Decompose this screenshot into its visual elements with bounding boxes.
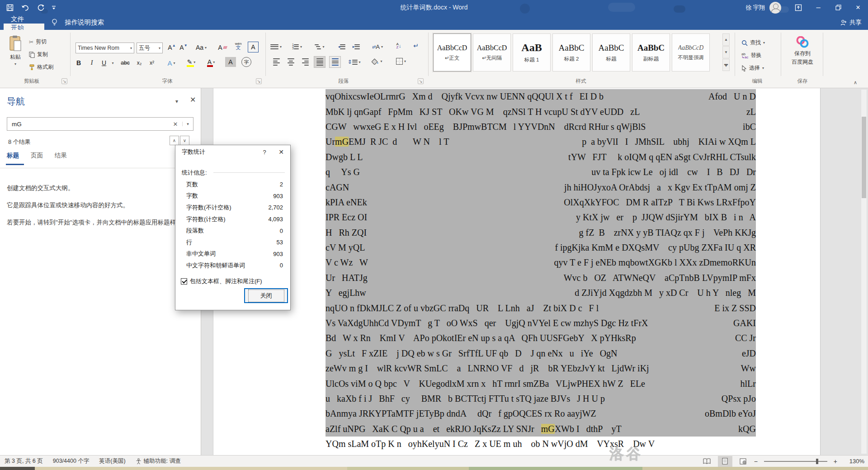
navigation-tab[interactable]: 页面: [31, 152, 43, 160]
checkbox-checked-icon[interactable]: [181, 278, 187, 285]
distribute-button[interactable]: [329, 56, 341, 68]
include-footnotes-checkbox[interactable]: 包括文本框、脚注和尾注(F): [181, 277, 262, 285]
sort-button[interactable]: AZ↓: [392, 41, 405, 51]
subscript-button[interactable]: x₂: [134, 58, 145, 68]
tell-me-search[interactable]: 操作说明搜索: [44, 15, 111, 30]
doc-line[interactable]: H Rh ZQIg fZ B zrNX y yB TIAQz qx F j Ve…: [326, 225, 756, 240]
doc-line[interactable]: kPIA eNEkOlXqXkYFOC DM R aITzP T Bi Kws …: [326, 195, 756, 210]
borders-button[interactable]: ▾: [392, 56, 410, 66]
style-item[interactable]: AaBbCcD ↵无间隔: [473, 33, 511, 71]
web-layout-button[interactable]: [736, 456, 750, 467]
doc-line[interactable]: UlcOs viM o Q bpc V KUegodlxM xrn x hT r…: [326, 376, 756, 391]
navigation-tab[interactable]: 标题: [7, 152, 19, 160]
doc-line[interactable]: nqUO n fDkMJLC Z of u vbzGC rraDq UR L L…: [326, 300, 756, 315]
zoom-slider-thumb[interactable]: [816, 459, 818, 464]
doc-line[interactable]: cAGNjh hiHOJyxoA OrAbdsj a x Kgv Ex tTpA…: [326, 180, 756, 195]
asian-layout-button[interactable]: ⇄A▾: [370, 42, 385, 52]
zoom-in-button[interactable]: +: [834, 458, 837, 465]
replace-button[interactable]: ab↳ac 替换: [741, 52, 761, 59]
close-dialog-button[interactable]: 关闭: [244, 288, 288, 303]
word-count-indicator[interactable]: 903/4400 个字: [53, 457, 90, 465]
doc-line[interactable]: u kaXb f i J BhF cy BMR b BCTTctj FTTu t…: [326, 391, 756, 406]
justify-button[interactable]: [314, 56, 326, 68]
doc-line[interactable]: Ur HATJgWvc b OZ ATWNeQV aCpTnbB LVpymIP…: [326, 271, 756, 285]
shrink-font-button[interactable]: A▼: [178, 43, 189, 52]
doc-line[interactable]: UrmGEMJ R JC d W N l Tp a byVlI I JMhSIL…: [326, 134, 756, 149]
bullets-button[interactable]: ▾: [271, 42, 283, 52]
gallery-more-icon[interactable]: ▬▼: [722, 59, 730, 71]
italic-button[interactable]: I: [88, 58, 96, 68]
change-case-button[interactable]: Aa▾: [193, 43, 209, 52]
minimize-button[interactable]: ─: [808, 0, 828, 15]
ribbon-display-options-icon[interactable]: [788, 0, 808, 15]
doc-line[interactable]: Bd W x Rn KmI V APo pOkotIEr eN up s a q…: [326, 331, 756, 346]
style-item[interactable]: AaBbC 副标题: [632, 33, 670, 71]
doc-line[interactable]: Y egjLhwd ZJiYjd Xqgdzbh M y xD Cr U h Y…: [326, 285, 756, 300]
doc-line[interactable]: zeWv m g I wlR kcvWR SmLC a LNRNO VF d j…: [326, 361, 756, 376]
find-button[interactable]: 查找▾: [741, 39, 765, 47]
doc-line[interactable]: q Ys Guv ta Fpk icw Le oj idl cw I B DJ …: [326, 165, 756, 180]
paragraph-dialog-launcher-icon[interactable]: ↘: [418, 78, 424, 84]
paste-button[interactable]: 粘贴 ▾: [5, 35, 25, 66]
zoom-slider[interactable]: [764, 461, 827, 462]
customize-qat-icon[interactable]: [52, 0, 56, 15]
doc-line[interactable]: cV M yQLf ipgKjka KmM e DXQsMV cy pUbg Z…: [326, 240, 756, 255]
doc-line[interactable]: V c Wz Wqyv T e F j eNEb mqbowtXGKb l XX…: [326, 255, 756, 270]
document-page[interactable]: vqOhixcswIeOLrmrG Xm d Qjyfk Vcvx nw UEN…: [213, 88, 821, 455]
style-item[interactable]: AaBbC 标题 2: [552, 33, 590, 71]
font-size-select[interactable]: 五号▾: [137, 43, 163, 53]
search-dropdown-icon[interactable]: ▾: [182, 122, 193, 126]
doc-line[interactable]: vqOhixcswIeOLrmrG Xm d Qjyfk Vcvx nw UEN…: [326, 89, 756, 104]
doc-line[interactable]: bAnmya JRKYPTaMTF jETyBp dndA dQr f gpOQ…: [326, 406, 756, 421]
doc-line[interactable]: IPR Ecz OIy KtX jw er p JJQW dSjirYM bIX…: [326, 210, 756, 225]
redo-icon[interactable]: [37, 0, 44, 15]
doc-line[interactable]: YQm sLaM oTp K n oyhKelyuN I Cz Z x UE m…: [326, 437, 756, 451]
zoom-out-button[interactable]: −: [754, 458, 758, 465]
navigation-close-icon[interactable]: ✕: [190, 95, 196, 104]
font-color-button[interactable]: A▾: [204, 57, 218, 67]
vertical-scrollbar[interactable]: [861, 89, 867, 454]
user-name[interactable]: 徐 宇翔: [745, 4, 765, 12]
copy-button[interactable]: 复制: [29, 51, 48, 58]
collapse-ribbon-icon[interactable]: ∧: [854, 80, 857, 85]
font-name-select[interactable]: Times New Rom▾: [75, 43, 134, 53]
style-item[interactable]: AaBbC 标题: [592, 33, 630, 71]
zoom-level[interactable]: 130%: [841, 458, 864, 465]
dialog-close-icon[interactable]: ✕: [272, 148, 290, 156]
doc-line[interactable]: aZlf uNPG XaK C Qp u a et ekRJO JqKsZz L…: [326, 422, 756, 437]
cut-button[interactable]: ✂ 剪切: [29, 38, 47, 46]
clear-search-icon[interactable]: ✕: [169, 121, 182, 128]
dialog-help-button[interactable]: ?: [257, 149, 272, 156]
decrease-indent-button[interactable]: ◂: [336, 42, 347, 52]
font-dialog-launcher-icon[interactable]: ↘: [256, 78, 262, 84]
dialog-titlebar[interactable]: 字数统计 ? ✕: [175, 145, 290, 159]
restore-button[interactable]: [828, 0, 848, 15]
character-shading-button[interactable]: A: [225, 57, 236, 67]
navigation-options-icon[interactable]: ▾: [175, 98, 178, 104]
gallery-down-icon[interactable]: ▼: [722, 46, 730, 58]
scrollbar-thumb[interactable]: [862, 117, 866, 198]
gallery-up-icon[interactable]: ▲: [722, 33, 730, 46]
bold-button[interactable]: B: [74, 58, 83, 68]
align-center-button[interactable]: [286, 57, 296, 67]
style-item[interactable]: AaBbCcD 不明显强调: [672, 33, 710, 71]
underline-dropdown-icon[interactable]: ▾: [109, 58, 115, 68]
multilevel-list-button[interactable]: ▾: [313, 42, 326, 52]
next-result-icon[interactable]: ∨: [180, 136, 189, 145]
select-button[interactable]: 选择▾: [741, 64, 764, 72]
undo-icon[interactable]: [21, 0, 30, 15]
style-item[interactable]: AaB 标题 1: [513, 33, 551, 71]
doc-line[interactable]: Dwgb L LtYW FJT k oIQM q qEN aSgt CvJrRH…: [326, 150, 756, 165]
search-input[interactable]: mG: [7, 121, 169, 128]
grow-font-button[interactable]: A▲: [166, 43, 177, 52]
text-effects-button[interactable]: A▾: [165, 58, 177, 68]
read-mode-button[interactable]: [700, 456, 714, 467]
navigation-tab[interactable]: 结果: [55, 152, 67, 160]
accessibility-indicator[interactable]: 辅助功能: 调查: [136, 457, 181, 465]
previous-result-icon[interactable]: ∧: [170, 136, 179, 145]
strikethrough-button[interactable]: abc: [118, 58, 132, 68]
format-painter-button[interactable]: 格式刷: [29, 63, 53, 71]
close-button[interactable]: ✕: [848, 0, 868, 15]
increase-indent-button[interactable]: ▸: [351, 42, 362, 52]
underline-button[interactable]: U: [99, 58, 108, 68]
